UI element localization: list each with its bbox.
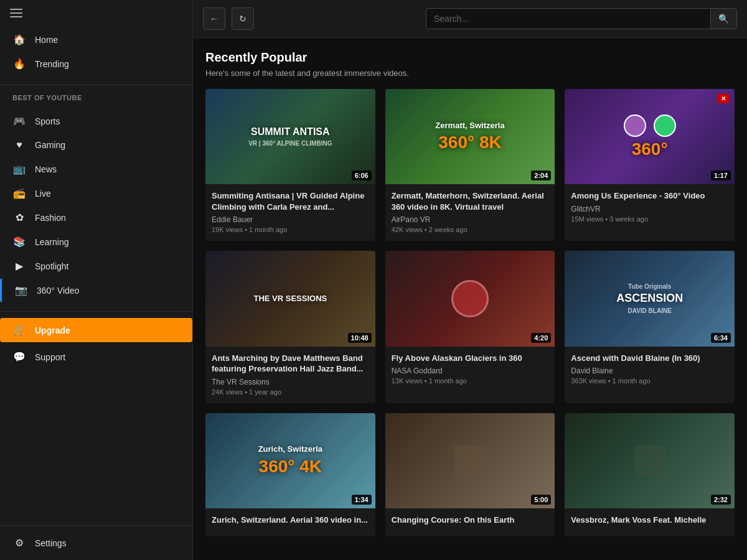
sidebar-item-spotlight[interactable]: ▶ Spotlight bbox=[0, 254, 192, 278]
video-card-5[interactable]: 4:20 Fly Above Alaskan Glaciers in 360 N… bbox=[385, 251, 555, 403]
upgrade-icon: 🛒 bbox=[12, 324, 26, 336]
nav-section: 🏠 Home 🔥 Trending bbox=[0, 22, 192, 81]
fashion-icon: ✿ bbox=[12, 212, 26, 223]
sidebar-item-settings[interactable]: ⚙ Settings bbox=[0, 531, 192, 555]
search-input[interactable] bbox=[426, 9, 710, 29]
sidebar-item-support[interactable]: 💬 Support bbox=[0, 345, 192, 369]
thumb-sub-6: DAVID BLAINE bbox=[627, 307, 671, 314]
sidebar-item-learning[interactable]: 📚 Learning bbox=[0, 230, 192, 254]
duration-5: 4:20 bbox=[531, 333, 551, 343]
sidebar-item-home[interactable]: 🏠 Home bbox=[0, 27, 192, 52]
learning-icon: 📚 bbox=[12, 236, 26, 248]
video-title-5: Fly Above Alaskan Glaciers in 360 bbox=[392, 353, 549, 364]
video-title-2: Zermatt, Matterhorn, Switzerland. Aerial… bbox=[392, 190, 549, 212]
section-subtitle: Here's some of the latest and greatest i… bbox=[205, 68, 735, 78]
content-area: Recently Popular Here's some of the late… bbox=[193, 38, 747, 560]
home-label: Home bbox=[35, 35, 58, 45]
video-info-8: Changing Course: On this Earth bbox=[385, 508, 555, 536]
video-meta-1: 19K views • 1 month ago bbox=[212, 226, 369, 233]
duration-9: 2:32 bbox=[711, 495, 731, 505]
thumb-label-3: 360° bbox=[565, 89, 735, 184]
video-grid: SUMMIT ANTISA VR | 360° ALPINE CLIMBING … bbox=[205, 89, 735, 536]
back-button[interactable]: ← bbox=[203, 7, 225, 30]
thumb-main-4: THE VR SESSIONS bbox=[253, 294, 327, 303]
duration-4: 10:48 bbox=[348, 333, 372, 343]
video-thumb-7: Zurich, Switzerla 360° 4K 1:34 bbox=[205, 413, 375, 508]
gaming-icon: ♥ bbox=[12, 139, 26, 151]
video-title-1: Summiting Antisana | VR Guided Alpine Cl… bbox=[212, 190, 369, 212]
video-card-1[interactable]: SUMMIT ANTISA VR | 360° ALPINE CLIMBING … bbox=[205, 89, 375, 241]
support-label: Support bbox=[35, 352, 65, 362]
video-meta-3: 15M views • 3 weeks ago bbox=[571, 215, 728, 223]
video-thumb-3: 360° ✕ 1:17 bbox=[565, 89, 735, 184]
video-channel-5: NASA Goddard bbox=[392, 366, 549, 375]
video-card-6[interactable]: Tube Originals ASCENSION DAVID BLAINE 6:… bbox=[565, 251, 735, 403]
sidebar-item-360video[interactable]: 📷 360° Video bbox=[0, 278, 192, 302]
video-info-3: Among Us Experience - 360° Video GlitchV… bbox=[565, 184, 735, 230]
thumb-label-9 bbox=[565, 413, 735, 508]
news-icon: 📺 bbox=[12, 163, 26, 175]
sidebar-item-news[interactable]: 📺 News bbox=[0, 157, 192, 181]
news-label: News bbox=[35, 164, 57, 174]
video-thumb-6: Tube Originals ASCENSION DAVID BLAINE 6:… bbox=[565, 251, 735, 346]
duration-1: 6:06 bbox=[352, 170, 372, 180]
divider-2 bbox=[0, 311, 192, 312]
video-thumb-8: 5:00 bbox=[385, 413, 555, 508]
sidebar-header bbox=[0, 0, 192, 22]
main-panel: ← ↻ 🔍 Recently Popular Here's some of th… bbox=[193, 0, 747, 560]
video-channel-2: AirPano VR bbox=[392, 215, 549, 224]
duration-6: 6:34 bbox=[711, 333, 731, 343]
video-card-9[interactable]: 2:32 Vessbroz, Mark Voss Feat. Michelle bbox=[565, 413, 735, 536]
sports-label: Sports bbox=[35, 116, 60, 126]
best-of-youtube-title: BEST OF YOUTUBE bbox=[0, 89, 192, 104]
video-card-4[interactable]: THE VR SESSIONS 10:48 Ants Marching by D… bbox=[205, 251, 375, 403]
thumb-label-2: Zermatt, Switzerla 360° 8K bbox=[385, 89, 555, 184]
video-info-1: Summiting Antisana | VR Guided Alpine Cl… bbox=[205, 184, 375, 241]
sidebar-item-upgrade[interactable]: 🛒 Upgrade bbox=[0, 318, 192, 342]
spotlight-icon: ▶ bbox=[12, 260, 26, 272]
sidebar-item-fashion[interactable]: ✿ Fashion bbox=[0, 205, 192, 230]
thumb-label-6: Tube Originals ASCENSION DAVID BLAINE bbox=[565, 251, 735, 346]
video-meta-5: 13K views • 1 month ago bbox=[392, 377, 549, 385]
spotlight-label: Spotlight bbox=[35, 261, 68, 271]
trending-icon: 🔥 bbox=[12, 58, 26, 70]
video-card-8[interactable]: 5:00 Changing Course: On this Earth bbox=[385, 413, 555, 536]
video-meta-2: 42K views • 2 weeks ago bbox=[392, 226, 549, 233]
live-label: Live bbox=[35, 189, 51, 198]
learning-label: Learning bbox=[35, 237, 69, 247]
duration-8: 5:00 bbox=[531, 495, 551, 505]
divider-1 bbox=[0, 85, 192, 85]
sidebar-item-gaming[interactable]: ♥ Gaming bbox=[0, 133, 192, 157]
video-card-2[interactable]: Zermatt, Switzerla 360° 8K 2:04 Zermatt,… bbox=[385, 89, 555, 241]
thumb-label-8 bbox=[385, 413, 555, 508]
duration-7: 1:34 bbox=[352, 495, 372, 505]
360-icon: 📷 bbox=[14, 284, 28, 296]
topbar: ← ↻ 🔍 bbox=[193, 0, 747, 38]
video-meta-6: 363K views • 1 month ago bbox=[571, 377, 728, 385]
thumb-360-2: 360° 8K bbox=[438, 133, 502, 152]
video-card-3[interactable]: 360° ✕ 1:17 Among Us Experience - 360° V… bbox=[565, 89, 735, 241]
thumb-main-2: Zermatt, Switzerla bbox=[435, 121, 504, 130]
video-thumb-4: THE VR SESSIONS 10:48 bbox=[205, 251, 375, 346]
video-channel-4: The VR Sessions bbox=[212, 378, 369, 386]
thumb-360-3: 360° bbox=[632, 139, 668, 159]
duration-2: 2:04 bbox=[531, 170, 551, 180]
video-title-8: Changing Course: On this Earth bbox=[392, 515, 549, 526]
menu-icon[interactable] bbox=[10, 9, 22, 17]
video-info-4: Ants Marching by Dave Matthews Band feat… bbox=[205, 347, 375, 403]
sidebar-item-live[interactable]: 📻 Live bbox=[0, 181, 192, 205]
thumb-label-1: SUMMIT ANTISA VR | 360° ALPINE CLIMBING bbox=[205, 89, 375, 184]
refresh-button[interactable]: ↻ bbox=[232, 7, 254, 30]
video-title-4: Ants Marching by Dave Matthews Band feat… bbox=[212, 353, 369, 375]
settings-icon: ⚙ bbox=[12, 537, 26, 549]
video-channel-6: David Blaine bbox=[571, 366, 728, 375]
video-info-5: Fly Above Alaskan Glaciers in 360 NASA G… bbox=[385, 347, 555, 393]
video-channel-3: GlitchVR bbox=[571, 205, 728, 213]
thumb-360-7: 360° 4K bbox=[259, 457, 322, 477]
video-info-6: Ascend with David Blaine (In 360) David … bbox=[565, 347, 735, 393]
sidebar-item-trending[interactable]: 🔥 Trending bbox=[0, 52, 192, 76]
video-card-7[interactable]: Zurich, Switzerla 360° 4K 1:34 Zurich, S… bbox=[205, 413, 375, 536]
sidebar-item-sports[interactable]: 🎮 Sports bbox=[0, 109, 192, 133]
search-submit-button[interactable]: 🔍 bbox=[710, 9, 736, 29]
sports-icon: 🎮 bbox=[12, 115, 26, 127]
